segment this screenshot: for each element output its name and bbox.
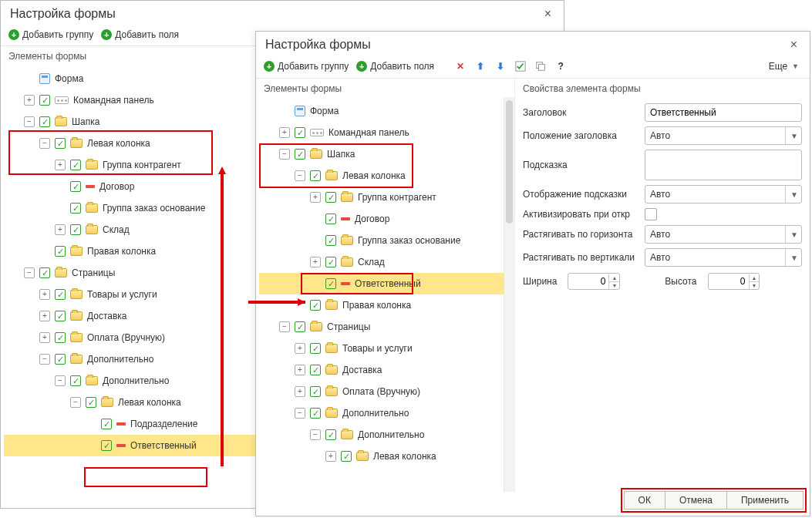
- checkbox[interactable]: ✓: [55, 354, 66, 365]
- scrollbar-thumb[interactable]: [506, 100, 513, 224]
- tree-row[interactable]: .✓Группа заказ основание: [259, 230, 511, 251]
- add-fields-button[interactable]: + Добавить поля: [101, 29, 179, 40]
- close-button[interactable]: ×: [787, 38, 800, 52]
- checkbox[interactable]: ✓: [70, 160, 81, 170]
- expand-toggle[interactable]: +: [279, 127, 290, 138]
- expand-toggle[interactable]: −: [279, 149, 290, 160]
- expand-toggle[interactable]: −: [39, 354, 50, 365]
- stretch-h-select[interactable]: Авто ▼: [645, 225, 802, 244]
- check-all-icon[interactable]: [514, 60, 527, 72]
- expand-toggle[interactable]: −: [55, 375, 66, 386]
- tree-row[interactable]: +✓Доставка: [259, 359, 511, 381]
- checkbox[interactable]: ✓: [310, 365, 321, 375]
- more-button[interactable]: Еще ▼: [766, 59, 802, 73]
- checkbox[interactable]: ✓: [101, 419, 112, 429]
- form-tree[interactable]: .Форма+✓Командная панель−✓Шапка−✓Левая к…: [256, 97, 514, 492]
- tree-row[interactable]: .Форма: [259, 100, 511, 122]
- checkbox[interactable]: ✓: [325, 278, 336, 289]
- checkbox[interactable]: ✓: [55, 289, 66, 300]
- move-down-icon[interactable]: ⬇: [494, 60, 507, 72]
- tree-row[interactable]: −✓Страницы: [259, 316, 511, 338]
- height-spinner[interactable]: ▲▼: [708, 273, 760, 290]
- tree-row[interactable]: −✓Дополнительно: [259, 424, 511, 446]
- tree-row[interactable]: +✓Левая колонка: [259, 446, 511, 467]
- width-spinner[interactable]: ▲▼: [568, 273, 620, 290]
- checkbox[interactable]: ✓: [325, 192, 336, 203]
- checkbox[interactable]: ✓: [55, 332, 66, 343]
- add-group-button[interactable]: + Добавить группу: [8, 29, 93, 40]
- cancel-button[interactable]: Отмена: [665, 491, 727, 510]
- copy-icon[interactable]: [534, 60, 547, 72]
- checkbox[interactable]: ✓: [310, 300, 321, 311]
- checkbox[interactable]: ✓: [325, 429, 336, 440]
- expand-toggle[interactable]: +: [55, 224, 66, 235]
- add-fields-button[interactable]: + Добавить поля: [356, 61, 434, 72]
- expand-toggle[interactable]: +: [295, 343, 305, 354]
- spinner-down-icon[interactable]: ▼: [609, 282, 619, 289]
- expand-toggle[interactable]: −: [295, 170, 305, 181]
- expand-toggle[interactable]: −: [24, 116, 35, 127]
- expand-toggle[interactable]: +: [39, 311, 50, 321]
- checkbox[interactable]: ✓: [310, 386, 321, 397]
- checkbox[interactable]: ✓: [70, 224, 81, 235]
- checkbox[interactable]: ✓: [295, 127, 305, 138]
- expand-toggle[interactable]: +: [310, 192, 321, 203]
- checkbox[interactable]: ✓: [325, 214, 336, 224]
- tree-row[interactable]: .✓Договор: [259, 208, 511, 230]
- tree-row[interactable]: +✓Товары и услуги: [259, 338, 511, 359]
- tree-row[interactable]: −✓Левая колонка: [259, 165, 511, 187]
- expand-toggle[interactable]: −: [279, 321, 290, 332]
- checkbox[interactable]: ✓: [341, 451, 352, 462]
- apply-button[interactable]: Применить: [727, 491, 804, 510]
- ok-button[interactable]: ОК: [624, 491, 665, 510]
- help-icon[interactable]: ?: [554, 60, 567, 72]
- move-up-icon[interactable]: ⬆: [474, 60, 487, 72]
- expand-toggle[interactable]: +: [24, 95, 35, 106]
- expand-toggle[interactable]: −: [70, 397, 81, 408]
- checkbox[interactable]: ✓: [70, 181, 81, 192]
- activate-checkbox[interactable]: [645, 208, 657, 220]
- checkbox[interactable]: ✓: [55, 246, 66, 257]
- expand-toggle[interactable]: +: [310, 257, 321, 267]
- checkbox[interactable]: ✓: [295, 149, 305, 160]
- tree-row[interactable]: .✓Ответственный: [259, 273, 511, 294]
- hint-display-select[interactable]: Авто ▼: [645, 185, 802, 204]
- checkbox[interactable]: ✓: [70, 375, 81, 386]
- tree-row[interactable]: +✓Оплата (Вручную): [259, 381, 511, 402]
- expand-toggle[interactable]: +: [55, 160, 66, 170]
- checkbox[interactable]: ✓: [325, 257, 336, 267]
- checkbox[interactable]: ✓: [70, 203, 81, 214]
- checkbox[interactable]: ✓: [39, 267, 50, 278]
- hint-input[interactable]: [645, 150, 802, 180]
- delete-icon[interactable]: ✕: [454, 60, 467, 72]
- expand-toggle[interactable]: +: [325, 451, 336, 462]
- spinner-up-icon[interactable]: ▲: [609, 274, 619, 282]
- expand-toggle[interactable]: +: [295, 386, 305, 397]
- checkbox[interactable]: ✓: [310, 170, 321, 181]
- close-button[interactable]: ×: [541, 7, 554, 21]
- tree-row[interactable]: −✓Шапка: [259, 143, 511, 165]
- tree-row[interactable]: +✓Командная панель: [259, 122, 511, 143]
- scrollbar[interactable]: [504, 97, 514, 492]
- checkbox[interactable]: ✓: [325, 235, 336, 246]
- expand-toggle[interactable]: +: [39, 332, 50, 343]
- checkbox[interactable]: ✓: [55, 311, 66, 321]
- expand-toggle[interactable]: −: [310, 429, 321, 440]
- checkbox[interactable]: ✓: [310, 343, 321, 354]
- expand-toggle[interactable]: +: [39, 289, 50, 300]
- expand-toggle[interactable]: −: [24, 267, 35, 278]
- checkbox[interactable]: ✓: [101, 440, 112, 451]
- expand-toggle[interactable]: −: [39, 138, 50, 149]
- tree-row[interactable]: +✓Склад: [259, 251, 511, 273]
- checkbox[interactable]: ✓: [39, 95, 50, 106]
- spinner-up-icon[interactable]: ▲: [750, 274, 760, 282]
- stretch-v-select[interactable]: Авто ▼: [645, 248, 802, 267]
- spinner-down-icon[interactable]: ▼: [750, 282, 760, 289]
- expand-toggle[interactable]: +: [295, 365, 305, 375]
- title-position-select[interactable]: Авто ▼: [645, 126, 802, 145]
- expand-toggle[interactable]: −: [295, 408, 305, 419]
- title-input[interactable]: [645, 103, 802, 122]
- checkbox[interactable]: ✓: [86, 397, 96, 408]
- checkbox[interactable]: ✓: [295, 321, 305, 332]
- checkbox[interactable]: ✓: [39, 116, 50, 127]
